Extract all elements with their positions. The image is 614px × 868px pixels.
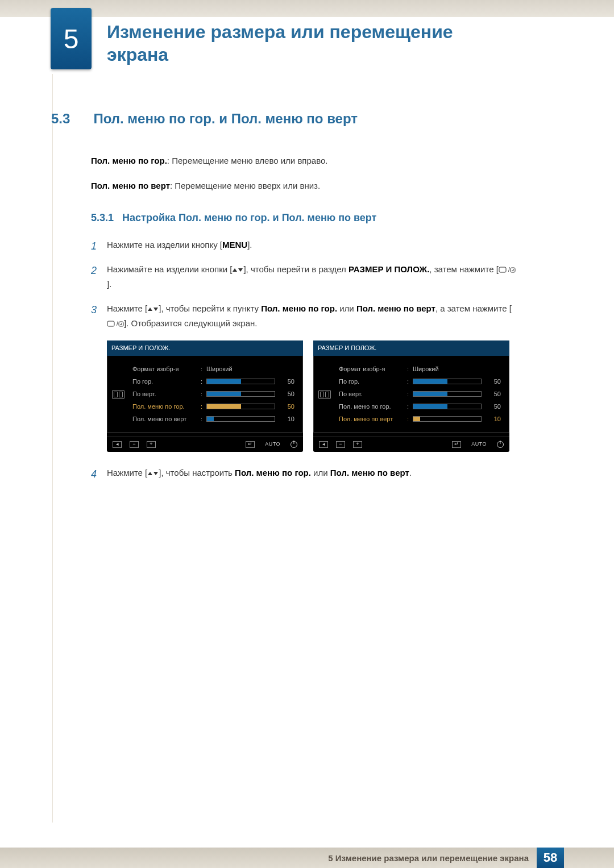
svg-rect-2	[499, 267, 506, 272]
source-enter-icon: /	[107, 320, 124, 328]
svg-rect-9	[119, 322, 123, 326]
layout-icon	[318, 390, 331, 399]
osd-value: 50	[486, 401, 501, 412]
enter-icon: ↵	[246, 441, 255, 448]
step-number: 4	[91, 466, 97, 483]
chapter-title: Изменение размера или перемещение экрана	[107, 20, 453, 66]
step2-c: , затем нажмите [	[429, 264, 498, 274]
slider-bar	[413, 404, 482, 409]
osd-row-format: Формат изобр-я : Широкий	[339, 363, 501, 375]
power-icon	[497, 441, 504, 448]
subsection-number: 5.3.1	[91, 212, 114, 223]
osd-row-menu-v: Пол. меню по верт : 10	[132, 413, 294, 425]
step2-b: ], чтобы перейти в раздел	[243, 264, 349, 274]
slider-bar	[206, 416, 275, 422]
osd-label: Формат изобр-я	[132, 364, 201, 375]
page-number: 58	[537, 848, 564, 868]
page-top-bar	[0, 0, 614, 17]
footer-text: 5 Изменение размера или перемещение экра…	[328, 853, 537, 863]
osd-footer: ◂ − + ↵ AUTO	[107, 436, 303, 450]
step2-bold: РАЗМЕР И ПОЛОЖ.	[349, 264, 429, 274]
osd-row-menu-v-selected: Пол. меню по верт : 10	[339, 413, 501, 425]
step2-a: Нажимайте на изделии кнопки [	[107, 264, 232, 274]
slider-bar	[206, 379, 275, 384]
svg-marker-5	[148, 308, 152, 311]
osd-label: По гор.	[132, 376, 201, 387]
step4-bold1: Пол. меню по гор.	[235, 468, 311, 477]
slider-fill	[413, 379, 447, 384]
svg-rect-4	[511, 268, 515, 272]
step-1: 1 Нажмите на изделии кнопку [MENU].	[91, 238, 517, 252]
back-icon: ◂	[113, 441, 122, 448]
osd-value: Широкий	[413, 364, 441, 375]
osd-value: Широкий	[206, 364, 235, 375]
osd-value: 10	[280, 414, 294, 425]
osd-label: Пол. меню по верт	[132, 414, 201, 425]
layout-icon	[112, 390, 125, 399]
svg-text:/: /	[117, 321, 118, 327]
osd-value: 10	[486, 414, 501, 425]
chapter-title-line2: экрана	[107, 44, 168, 65]
osd-label: По гор.	[339, 376, 407, 387]
osd-screenshot-row: РАЗМЕР И ПОЛОЖ. Формат изобр-я : Широкий…	[107, 340, 517, 452]
slider-bar	[206, 404, 275, 409]
osd-value: 50	[486, 389, 501, 400]
osd-header: РАЗМЕР И ПОЛОЖ.	[107, 340, 303, 356]
osd-value: 50	[280, 401, 294, 412]
osd-label: Пол. меню по гор.	[132, 401, 201, 412]
step3-a: Нажмите [	[107, 304, 147, 313]
osd-footer-left: ◂ − +	[113, 441, 156, 448]
step4-c: .	[409, 468, 412, 477]
osd-panel-left: РАЗМЕР И ПОЛОЖ. Формат изобр-я : Широкий…	[107, 340, 303, 452]
step3-or: или	[337, 304, 356, 313]
osd-row-vpos: По верт. : 50	[132, 388, 294, 400]
chapter-number-badge: 5	[51, 8, 92, 69]
main-content: 5.3 Пол. меню по гор. и Пол. меню по вер…	[51, 111, 517, 491]
step1-menu: MENU	[222, 240, 247, 250]
osd-footer-right: ↵ AUTO	[246, 440, 297, 448]
osd-row-hpos: По гор. : 50	[339, 375, 501, 388]
plus-icon: +	[147, 441, 156, 448]
up-down-icon	[147, 471, 159, 477]
slider-bar	[413, 379, 482, 384]
osd-colon: :	[201, 364, 206, 375]
power-icon	[291, 441, 297, 448]
up-down-icon	[232, 267, 243, 274]
section-number: 5.3	[51, 111, 91, 127]
slider-bar	[206, 391, 275, 397]
slider-bar	[413, 416, 482, 422]
plus-icon: +	[353, 441, 362, 448]
slider-bar	[413, 391, 482, 397]
intro-p1-bold: Пол. меню по гор.	[91, 156, 167, 165]
back-icon: ◂	[319, 441, 328, 448]
chapter-number: 5	[64, 23, 79, 55]
slider-fill	[413, 404, 447, 409]
slider-fill	[413, 392, 447, 396]
osd-row-menu-h-selected: Пол. меню по гор. : 50	[132, 400, 294, 413]
svg-marker-0	[233, 268, 237, 272]
step-number: 3	[91, 301, 97, 319]
intro-p2-bold: Пол. меню по верт	[91, 181, 170, 190]
section-title: Пол. меню по гор. и Пол. меню по верт	[93, 111, 358, 126]
steps-list: 1 Нажмите на изделии кнопку [MENU]. 2 На…	[91, 238, 517, 480]
step-4: 4 Нажмите [], чтобы настроить Пол. меню …	[91, 466, 517, 480]
minus-icon: −	[336, 441, 345, 448]
step3-d: ]. Отобразится следующий экран.	[124, 318, 257, 328]
svg-marker-1	[238, 268, 243, 272]
intro-p1: Пол. меню по гор.: Перемещение меню влев…	[91, 154, 517, 168]
slider-fill	[207, 404, 241, 409]
slider-fill	[207, 379, 241, 384]
auto-label: AUTO	[265, 440, 280, 448]
minus-icon: −	[130, 441, 139, 448]
step3-c: , а затем нажмите [	[435, 304, 512, 313]
osd-header: РАЗМЕР И ПОЛОЖ.	[313, 340, 509, 356]
intro-p2-rest: : Перемещение меню вверх или вниз.	[170, 181, 320, 190]
slider-fill	[207, 417, 214, 421]
osd-footer-right: ↵ AUTO	[452, 440, 504, 448]
slider-fill	[207, 392, 241, 396]
intro-p1-rest: : Перемещение меню влево или вправо.	[167, 156, 328, 165]
osd-label: Пол. меню по гор.	[339, 401, 407, 412]
up-down-icon	[147, 306, 159, 313]
step2-d: ].	[107, 279, 111, 289]
osd-value: 50	[280, 376, 294, 387]
